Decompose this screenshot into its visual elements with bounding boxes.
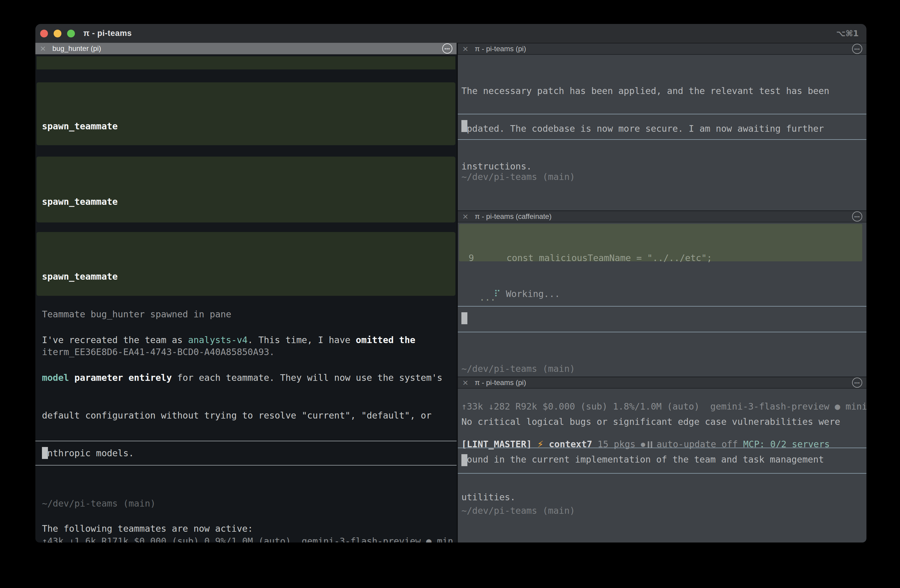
status-cwd: ~/dev/pi-teams (main) bbox=[461, 171, 866, 183]
message-line: found in the current implementation of t… bbox=[461, 453, 866, 466]
status-metrics: ↑83k ↓1.1k R204k $0.000 (sub) 2.3%/1.0M … bbox=[461, 542, 866, 543]
close-icon[interactable]: × bbox=[40, 44, 46, 53]
tab-label: bug_hunter (pi) bbox=[53, 44, 101, 53]
close-icon[interactable]: × bbox=[462, 44, 468, 54]
input-divider bbox=[458, 332, 866, 332]
tool-block-partial bbox=[37, 56, 455, 70]
window-title: π - pi-teams bbox=[83, 29, 132, 38]
tab-security-expert[interactable]: × π - pi-teams (pi) ••• bbox=[458, 43, 866, 55]
tab-label: π - pi-teams (caffeinate) bbox=[475, 212, 552, 221]
status-bar: ~/dev/pi-teams (main) ↑43k ↓1.6k R171k $… bbox=[42, 472, 456, 543]
code-line: 9 const maliciousTeamName = "../../etc"; bbox=[469, 251, 862, 265]
message-line: The necessary patch has been applied, an… bbox=[461, 85, 866, 97]
status-metrics: ↑43k ↓1.6k R171k $0.000 (sub) 0.9%/1.0M … bbox=[42, 535, 456, 543]
right-pane-stack: × π - pi-teams (pi) ••• The necessary pa… bbox=[458, 43, 866, 543]
window-shortcut-badge: ⌥⌘1 bbox=[836, 29, 859, 38]
code-snippet: 9 const maliciousTeamName = "../../etc";… bbox=[459, 224, 862, 262]
close-window-button[interactable] bbox=[40, 29, 48, 37]
tab-bug-hunter[interactable]: × bug_hunter (pi) ••• bbox=[35, 43, 456, 55]
tool-call-spawn-teammate-2: spawn_teammate Teammate lint_master spaw… bbox=[37, 156, 455, 223]
code-token: analysts-v4 bbox=[188, 335, 248, 345]
message-line: model parameter entirely for each teamma… bbox=[42, 371, 456, 384]
tool-call-spawn-teammate-3: spawn_teammate Teammate bug_hunter spawn… bbox=[37, 232, 455, 296]
ellipsis-menu-icon[interactable]: ••• bbox=[852, 378, 862, 388]
tab-label: π - pi-teams (pi) bbox=[475, 45, 526, 53]
tool-call-spawn-teammate-1: spawn_teammate Teammate security_expert … bbox=[37, 82, 455, 145]
message-line: I've recreated the team as analysts-v4. … bbox=[42, 334, 456, 347]
input-divider bbox=[458, 139, 866, 140]
prompt-cursor[interactable] bbox=[461, 312, 467, 324]
status-bar: ~/dev/pi-teams (main) ↑83k ↓1.1k R204k $… bbox=[461, 479, 866, 543]
terminal-window: π - pi-teams ⌥⌘1 × bug_hunter (pi) ••• s… bbox=[35, 24, 866, 543]
tool-call-title: spawn_teammate bbox=[42, 270, 455, 283]
prompt-cursor[interactable] bbox=[42, 447, 48, 459]
status-cwd: ~/dev/pi-teams (main) bbox=[42, 497, 456, 510]
spinner-icon: ⠏ bbox=[494, 289, 500, 299]
traffic-lights bbox=[40, 29, 75, 37]
left-pane: × bug_hunter (pi) ••• spawn_teammate Tea… bbox=[35, 43, 456, 543]
ellipsis-menu-icon[interactable]: ••• bbox=[852, 211, 862, 221]
tab-lint-master[interactable]: × π - pi-teams (caffeinate) ••• bbox=[458, 210, 866, 223]
tool-call-title: spawn_teammate bbox=[42, 195, 455, 208]
tab-label: π - pi-teams (pi) bbox=[475, 378, 526, 387]
input-divider bbox=[35, 441, 456, 441]
close-icon[interactable]: × bbox=[462, 378, 468, 387]
message-line: updated. The codebase is now more secure… bbox=[461, 122, 866, 135]
working-indicator: ⠏ Working... bbox=[461, 275, 560, 313]
tab-bug-hunter-report[interactable]: × π - pi-teams (pi) ••• bbox=[458, 377, 866, 388]
prompt-cursor[interactable] bbox=[461, 120, 467, 132]
code-token: model bbox=[42, 373, 69, 383]
title-bar: π - pi-teams ⌥⌘1 bbox=[35, 24, 866, 43]
ellipsis-menu-icon[interactable]: ••• bbox=[442, 43, 452, 54]
tool-call-title: spawn_teammate bbox=[42, 120, 455, 133]
status-cwd: ~/dev/pi-teams (main) bbox=[461, 504, 866, 517]
message-line: No critical logical bugs or significant … bbox=[461, 416, 866, 428]
message-line: default configuration without trying to … bbox=[42, 409, 456, 422]
input-divider bbox=[458, 447, 866, 448]
zoom-window-button[interactable] bbox=[67, 29, 75, 37]
input-divider bbox=[458, 306, 866, 306]
message-line: Anthropic models. bbox=[42, 447, 456, 460]
input-divider bbox=[35, 465, 456, 466]
prompt-cursor[interactable] bbox=[461, 454, 467, 466]
close-icon[interactable]: × bbox=[462, 212, 468, 221]
input-divider bbox=[458, 473, 866, 473]
input-divider bbox=[458, 114, 866, 115]
minimize-window-button[interactable] bbox=[54, 29, 61, 37]
ellipsis-menu-icon[interactable]: ••• bbox=[852, 44, 862, 54]
status-cwd: ~/dev/pi-teams (main) bbox=[461, 362, 866, 375]
